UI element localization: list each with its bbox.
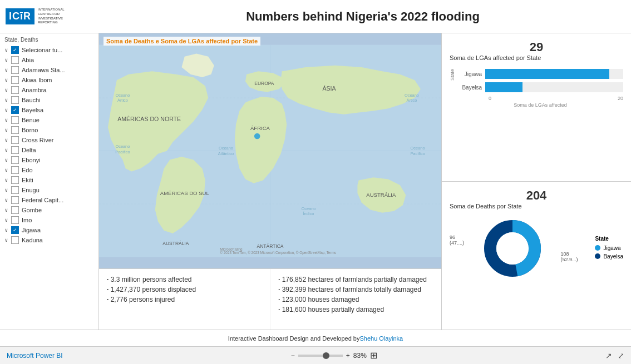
checkbox-jigawa[interactable] [11,226,19,234]
svg-text:Oceano: Oceano [405,93,419,98]
checkbox-akwa-ibom[interactable] [11,76,19,84]
sidebar-item-federal-capit---[interactable]: ∨Federal Capit... [2,195,96,205]
stats-section: 3.3 million persons affected1,427,370 pe… [99,268,441,330]
checkbox-bauchi[interactable] [11,96,19,104]
chevron-icon: ∨ [4,97,11,103]
svg-text:Atlântico: Atlântico [218,151,234,156]
sidebar-item-enugu[interactable]: ∨Enugu [2,185,96,195]
checkbox-gombe[interactable] [11,206,19,214]
sidebar-item-bauchi[interactable]: ∨Bauchi [2,95,96,105]
svg-text:Ártico: Ártico [407,98,417,103]
bar-fill-bayelsa [485,82,522,92]
legend-label-bayelsa: Bayelsa [603,253,623,260]
svg-text:ÁFRICA: ÁFRICA [250,125,270,131]
checkbox-delta[interactable] [11,146,19,154]
checkbox-select-all[interactable] [11,46,19,54]
zoom-thumb [323,352,329,359]
title-bar: ICīR INTERNATIONALCENTRE FORINVESTIGATIV… [0,0,631,33]
chevron-icon: ∨ [4,77,11,83]
svg-text:© 2023 TomTom, © 2023 Microsof: © 2023 TomTom, © 2023 Microsoft Corporat… [220,251,336,255]
checkbox-federal-capit---[interactable] [11,196,19,204]
sidebar-select-all[interactable]: ∨ Selecionar tu... [2,45,96,55]
checkbox-borno[interactable] [11,126,19,134]
sidebar-item-label: Edo [22,167,94,173]
center-area: Soma de Deaths e Soma de LGAs affected p… [99,33,442,330]
sidebar-item-label: Ekiti [22,177,94,183]
checkbox-edo[interactable] [11,166,19,174]
svg-text:AMÉRICAS DO NORTE: AMÉRICAS DO NORTE [117,116,181,122]
sidebar-item-label: Ebonyi [22,157,94,163]
sidebar-item-akwa-ibom[interactable]: ∨Akwa Ibom [2,75,96,85]
checkbox-imo[interactable] [11,216,19,224]
checkbox-enugu[interactable] [11,186,19,194]
svg-point-27 [254,133,260,139]
zoom-fit-icon[interactable]: ⊞ [370,350,377,361]
zoom-minus[interactable]: − [291,352,295,360]
sidebar-item-bayelsa[interactable]: ∨Bayelsa [2,105,96,115]
svg-text:Oceano: Oceano [115,93,130,98]
sidebar-item-jigawa[interactable]: ∨Jigawa [2,225,96,235]
legend-item-bayelsa: Bayelsa [595,253,623,260]
chevron-icon: ∨ [4,237,11,243]
fullscreen-icon[interactable]: ⤢ [618,351,624,360]
svg-text:ANTÁRTICA: ANTÁRTICA [257,243,284,249]
sidebar-item-label: Jigawa [22,227,94,233]
checkbox-ebonyi[interactable] [11,156,19,164]
lga-count: 29 [450,40,623,54]
sidebar-item-cross-river[interactable]: ∨Cross River [2,135,96,145]
logo-icon: ICīR [6,8,34,24]
sidebar-item-borno[interactable]: ∨Borno [2,125,96,135]
sidebar-item-gombe[interactable]: ∨Gombe [2,205,96,215]
sidebar-item-label: Delta [22,147,94,153]
svg-text:Oceano: Oceano [411,146,425,151]
checkbox-anambra[interactable] [11,86,19,94]
checkbox-kaduna[interactable] [11,236,19,244]
right-bottom-panel: 204 Soma de Deaths por State 96(47....) [442,182,631,330]
checkbox-benue[interactable] [11,116,19,124]
checkbox-cross-river[interactable] [11,136,19,144]
sidebar-item-delta[interactable]: ∨Delta [2,145,96,155]
checkbox-ekiti[interactable] [11,176,19,184]
donut-label-jigawa: 96(47....) [450,235,464,246]
legend-label-jigawa: Jigawa [603,245,620,251]
sidebar-item-kaduna[interactable]: ∨Kaduna [2,235,96,245]
deaths-label: Soma de Deaths por State [450,203,623,210]
sidebar-item-benue[interactable]: ∨Benue [2,115,96,125]
footer-link[interactable]: Shehu Olayinka [359,335,403,342]
svg-point-30 [496,232,529,265]
zoom-plus[interactable]: + [346,352,350,360]
svg-text:Pacífico: Pacífico [410,151,425,156]
sidebar-item-label: Abia [22,57,94,63]
sidebar-item-abia[interactable]: ∨Abia [2,55,96,65]
sidebar-item-label: Gombe [22,207,94,213]
sidebar-item-adamawa-sta---[interactable]: ∨Adamawa Sta... [2,65,96,75]
sidebar-item-edo[interactable]: ∨Edo [2,165,96,175]
map-section: Soma de Deaths e Soma de LGAs affected p… [99,33,441,268]
sidebar-item-label: Benue [22,117,94,123]
chevron-icon: ∨ [4,127,11,133]
chevron-icon: ∨ [4,137,11,143]
footer: Interactive Dashboard Design and Develop… [0,330,631,346]
checkbox-bayelsa[interactable] [11,106,19,114]
right-top-panel: 29 Soma de LGAs affected por State State… [442,33,631,182]
pbi-link[interactable]: Microsoft Power BI [7,352,63,360]
stats-left-list: 3.3 million persons affected1,427,370 pe… [107,275,262,305]
sidebar-item-imo[interactable]: ∨Imo [2,215,96,225]
chevron-icon: ∨ [4,167,11,173]
map-subtitle: Soma de Deaths e Soma de LGAs affected p… [103,37,260,46]
sidebar-item-anambra[interactable]: ∨Anambra [2,85,96,95]
sidebar-item-ebonyi[interactable]: ∨Ebonyi [2,155,96,165]
donut-area: 96(47....) [450,215,623,282]
list-item: 1,427,370 persons displaced [107,285,262,295]
zoom-slider[interactable] [298,355,343,357]
share-icon[interactable]: ↗ [605,351,612,360]
bar-label-bayelsa: Bayelsa [457,84,485,91]
sidebar-item-label: Borno [22,127,94,133]
sidebar-header: State, Deaths [2,37,96,43]
chevron-icon: ∨ [4,157,11,163]
sidebar-item-ekiti[interactable]: ∨Ekiti [2,175,96,185]
bar-chart-y-label: State [450,69,455,81]
checkbox-adamawa-sta---[interactable] [11,66,19,74]
map-subtitle-part2: Soma de LGAs affected por State [161,38,258,44]
checkbox-abia[interactable] [11,56,19,64]
